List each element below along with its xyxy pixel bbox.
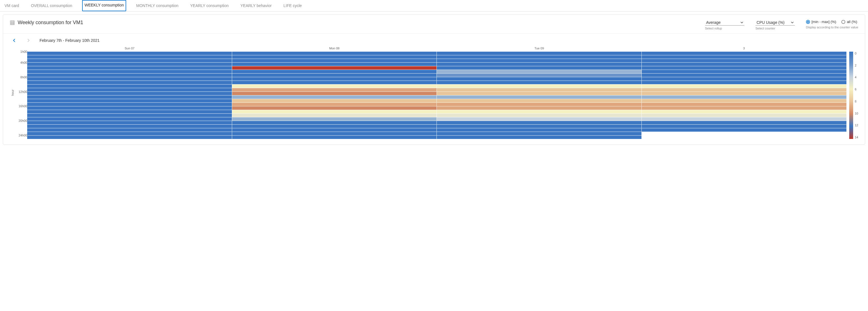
heatmap-cell bbox=[27, 52, 232, 55]
heatmap-cell bbox=[232, 121, 437, 124]
heatmap-cell bbox=[27, 128, 232, 132]
page-title: Weekly consumption for VM1 bbox=[18, 20, 83, 26]
heatmap-cell bbox=[437, 70, 642, 73]
tab-yearly-consumption[interactable]: YEARLY consumption bbox=[188, 0, 230, 11]
heatmap-cell bbox=[27, 110, 232, 113]
heatmap-cell bbox=[437, 132, 642, 135]
heatmap bbox=[27, 52, 846, 139]
heatmap-cell bbox=[232, 55, 437, 59]
heatmap-cell bbox=[27, 59, 232, 62]
y-tick: 8h00 bbox=[21, 76, 27, 79]
heatmap-cell bbox=[232, 77, 437, 81]
heatmap-cell bbox=[437, 66, 642, 69]
y-tick: 16h00 bbox=[19, 105, 27, 108]
x-ticks: Sun 07Mon 08Tue 093 bbox=[27, 47, 846, 50]
colorbar: 02468101214 bbox=[849, 52, 858, 139]
radio-icon bbox=[841, 20, 845, 24]
tab-life-cycle[interactable]: LIFE cycle bbox=[282, 0, 303, 11]
heatmap-cell bbox=[642, 77, 846, 81]
heatmap-cell bbox=[642, 136, 846, 139]
grid-icon bbox=[10, 20, 15, 25]
panel: Weekly consumption for VM1 Average Selec… bbox=[3, 14, 865, 145]
heatmap-cell bbox=[232, 88, 437, 91]
y-tick: 4h00 bbox=[21, 61, 27, 64]
heatmap-cell bbox=[437, 136, 642, 139]
heatmap-cell bbox=[437, 88, 642, 91]
heatmap-cell bbox=[437, 55, 642, 59]
y-tick: 24h00 bbox=[19, 134, 27, 137]
colorbar-tick: 12 bbox=[855, 123, 858, 127]
heatmap-cell bbox=[437, 114, 642, 117]
heatmap-cell bbox=[642, 88, 846, 91]
radio-option[interactable]: all (%) bbox=[841, 20, 857, 24]
heatmap-cell bbox=[437, 124, 642, 128]
heatmap-cell bbox=[27, 106, 232, 110]
heatmap-cell bbox=[642, 103, 846, 106]
heatmap-cell bbox=[642, 114, 846, 117]
heatmap-cell bbox=[232, 132, 437, 135]
radio-label: [min - max] (%) bbox=[812, 20, 836, 24]
heatmap-cell bbox=[232, 99, 437, 103]
heatmap-cell bbox=[27, 88, 232, 91]
heatmap-cell bbox=[642, 55, 846, 59]
heatmap-cell bbox=[437, 95, 642, 99]
rollup-select[interactable]: Average bbox=[705, 20, 744, 26]
radio-option[interactable]: [min - max] (%) bbox=[806, 20, 836, 24]
heatmap-cell bbox=[27, 132, 232, 135]
heatmap-cell bbox=[437, 99, 642, 103]
heatmap-cell bbox=[232, 70, 437, 73]
heatmap-cell bbox=[232, 128, 437, 132]
heatmap-cell bbox=[27, 66, 232, 69]
tab-vm-card[interactable]: VM card bbox=[3, 0, 21, 11]
colorbar-tick: 0 bbox=[855, 52, 858, 55]
chevron-down-icon bbox=[791, 21, 794, 24]
x-tick: 3 bbox=[642, 47, 846, 50]
heatmap-cell bbox=[642, 132, 846, 135]
heatmap-cell bbox=[437, 106, 642, 110]
heatmap-cell bbox=[27, 92, 232, 95]
heatmap-cell bbox=[642, 66, 846, 69]
colorbar-gradient bbox=[849, 52, 853, 139]
radio-icon bbox=[806, 20, 810, 24]
heatmap-cell bbox=[232, 63, 437, 66]
heatmap-cell bbox=[27, 95, 232, 99]
heatmap-cell bbox=[437, 77, 642, 81]
tab-monthly-consumption[interactable]: MONTHLY consumption bbox=[134, 0, 180, 11]
heatmap-cell bbox=[437, 52, 642, 55]
prev-arrow[interactable] bbox=[11, 38, 17, 43]
colorbar-tick: 6 bbox=[855, 88, 858, 91]
tab-overall-consumption[interactable]: OVERALL consumption bbox=[29, 0, 74, 11]
counter-value: CPU Usage (%) bbox=[757, 20, 785, 25]
heatmap-cell bbox=[232, 95, 437, 99]
heatmap-cell bbox=[642, 110, 846, 113]
next-arrow bbox=[26, 38, 31, 43]
colorbar-tick: 8 bbox=[855, 100, 858, 103]
tabs: VM cardOVERALL consumptionWEEKLY consump… bbox=[0, 0, 868, 11]
heatmap-cell bbox=[437, 103, 642, 106]
heatmap-cell bbox=[27, 84, 232, 88]
counter-select[interactable]: CPU Usage (%) bbox=[755, 20, 795, 26]
heatmap-cell bbox=[232, 136, 437, 139]
heatmap-cell bbox=[27, 63, 232, 66]
heatmap-cell bbox=[642, 92, 846, 95]
rollup-value: Average bbox=[706, 20, 721, 25]
heatmap-cell bbox=[232, 74, 437, 77]
heatmap-cell bbox=[642, 59, 846, 62]
heatmap-cell bbox=[642, 52, 846, 55]
y-ticks: 1h004h008h0012h0016h0020h0024h00 bbox=[16, 47, 27, 139]
y-tick: 12h00 bbox=[19, 90, 27, 93]
colorbar-tick: 2 bbox=[855, 64, 858, 67]
heatmap-cell bbox=[437, 74, 642, 77]
tab-yearly-behavior[interactable]: YEARLY behavior bbox=[239, 0, 273, 11]
colorbar-tick: 14 bbox=[855, 136, 858, 139]
heatmap-cell bbox=[232, 59, 437, 62]
tab-weekly-consumption[interactable]: WEEKLY consumption bbox=[82, 0, 126, 11]
svg-rect-0 bbox=[10, 21, 14, 25]
heatmap-cell bbox=[27, 55, 232, 59]
heatmap-cell bbox=[437, 59, 642, 62]
heatmap-cell bbox=[27, 99, 232, 103]
heatmap-cell bbox=[232, 114, 437, 117]
heatmap-cell bbox=[232, 66, 437, 69]
colorbar-tick: 10 bbox=[855, 112, 858, 115]
heatmap-cell bbox=[642, 70, 846, 73]
